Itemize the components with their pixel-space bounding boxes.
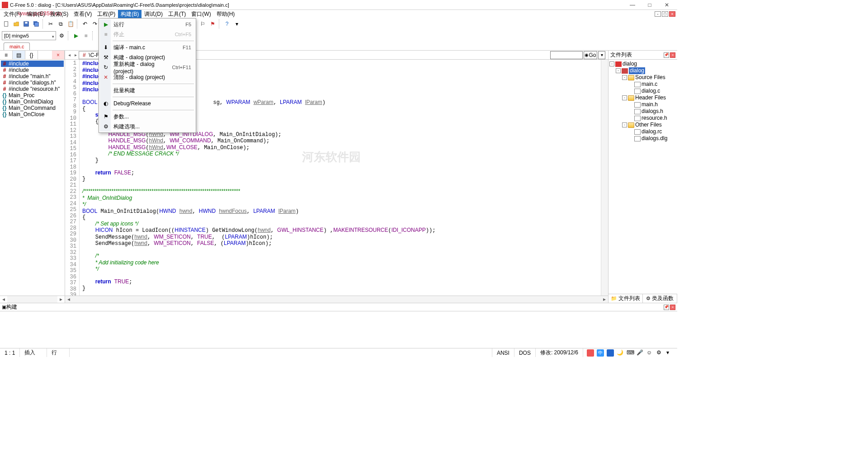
menu-窗口(W)[interactable]: 窗口(W) [189,10,213,19]
tray-smile-icon[interactable]: ☺ [646,349,654,357]
tray-chevron-icon[interactable]: ▾ [666,349,674,357]
menu-查看(V)[interactable]: 查看(V) [71,10,94,19]
menu-工程(P)[interactable]: 工程(P) [94,10,118,19]
tray-mic-icon[interactable]: 🎤 [637,349,644,357]
run-button[interactable]: ▶ [71,31,80,40]
file-list-header: 文件列表 📌× [609,51,677,60]
tab-file-list[interactable]: 📁 文件列表 [609,294,643,303]
close-button[interactable]: ✕ [658,0,675,9]
go-button[interactable]: ◉ Go [584,51,597,59]
tray-icon-1[interactable] [587,349,594,357]
symbol-item[interactable]: ##include "resource.h" [1,86,64,92]
menu-工具(T)[interactable]: 工具(T) [165,10,189,19]
status-eol: DOS [514,348,536,357]
status-line: 行 [47,348,70,357]
tab-class-func[interactable]: ⚙ 类及函数 [643,294,677,303]
stop-run-button[interactable]: ■ [81,31,90,40]
editor-hscroll[interactable]: ◂▸ [65,296,608,303]
tray-moon-icon[interactable]: 🌙 [617,349,624,357]
menu-编辑(E)[interactable]: 编辑(E) [24,10,47,19]
symbol-item[interactable]: {}Main_Proc [1,92,64,99]
symbol-scrollbar[interactable]: ◂▸ [0,296,65,303]
output-pin-button[interactable]: 📌 [664,305,669,310]
symbol-item[interactable]: {}Main_OnClose [1,111,64,118]
symbol-item[interactable]: ##include "main.h" [1,73,64,80]
menu-帮助(H)[interactable]: 帮助(H) [214,10,238,19]
menu-item-mainc[interactable]: ⬇编译 - main.cF11 [100,42,195,52]
output-close-button[interactable]: × [670,305,675,310]
tree-node[interactable]: -Header Files [609,94,676,101]
build-output-body[interactable] [0,311,677,348]
menu-搜索(S)[interactable]: 搜索(S) [47,10,71,19]
tree-node[interactable]: main.c [609,81,676,88]
cut-button[interactable]: ✂ [46,19,55,28]
menu-调试(D)[interactable]: 调试(D) [142,10,165,19]
menu-item-[interactable]: ▶运行F5 [100,19,195,29]
tray-ime-icon[interactable]: 中 [597,349,604,357]
symbol-tab-2[interactable]: ▤ [13,51,25,59]
new-file-button[interactable] [2,19,11,28]
redo-button[interactable]: ↷ [90,19,99,28]
save-button[interactable] [22,19,31,28]
goto-input[interactable] [550,51,583,59]
tree-node[interactable]: dialogs.dlg [609,135,676,142]
tree-node[interactable]: -dialog [609,61,676,67]
compiler-settings-button[interactable]: ⚙ [57,31,66,40]
tab-right-arrow[interactable]: ▸ [72,52,79,57]
symbol-item[interactable]: ##include [1,61,64,67]
mdi-min-button[interactable]: - [655,11,661,17]
tab-left-arrow[interactable]: ◂ [66,52,72,57]
build-output-panel: ▣ 构建 📌× [0,303,677,348]
tree-node[interactable]: resource.h [609,115,676,122]
symbol-tab-close[interactable]: × [52,51,65,59]
tray-gear-icon[interactable]: ⚙ [656,349,664,357]
menu-item-dialogproject[interactable]: ↻重新构建 - dialog (project)Ctrl+F11 [100,62,195,72]
mdi-restore-button[interactable]: □ [662,11,668,17]
tree-node[interactable]: dialog.c [609,88,676,94]
go-dropdown[interactable]: ▾ [598,51,605,59]
bookmark-del-button[interactable]: ⚑ [208,19,217,28]
maximize-button[interactable]: □ [641,0,658,9]
menu-item-[interactable]: ⚙构建选项... [100,122,195,132]
menu-item-dialogproject[interactable]: ✕清除 - dialog (project) [100,72,195,82]
status-modified: 修改: 2009/12/6 [536,348,583,357]
mdi-controls: - □ × [655,11,675,17]
compiler-dropdown[interactable]: [D] mingw5 [2,31,56,40]
symbol-item[interactable]: {}Main_OnCommand [1,105,64,111]
symbol-item[interactable]: ##include "dialogs.h" [1,80,64,86]
symbol-item[interactable]: ##include [1,67,64,73]
panel-pin-button[interactable]: 📌 [664,52,669,58]
menu-item-[interactable]: 批量构建 [100,85,195,95]
copy-button[interactable]: ⧉ [56,19,65,28]
symbol-tab-3[interactable]: {} [25,51,38,59]
symbol-tab-1[interactable]: ≡ [0,51,13,59]
project-tree[interactable]: -dialog-dialog-Source Filesmain.cdialog.… [609,60,677,294]
paste-button[interactable]: 📋 [66,19,75,28]
menu-文件(F)[interactable]: 文件(F) [1,10,24,19]
minimize-button[interactable]: — [624,0,641,9]
symbol-list[interactable]: ##include ##include ##include "main.h"##… [0,60,65,296]
line-gutter: 1234567891011121314151617181920212223242… [65,60,80,296]
save-all-button[interactable] [32,19,41,28]
menu-构建(B)[interactable]: 构建(B) [118,10,142,19]
mdi-close-button[interactable]: × [669,11,675,17]
menu-item-DebugRelease[interactable]: ◐Debug/Release [100,99,195,108]
file-tab[interactable]: main.c [4,42,30,50]
tree-node[interactable]: dialog.rc [609,128,676,135]
dropdown-icon[interactable]: ▾ [232,19,241,28]
tray-icon-2[interactable] [607,349,614,357]
tree-node[interactable]: -dialog [609,67,676,74]
bookmark-next-button[interactable]: ⚐ [198,19,207,28]
tree-node[interactable]: dialogs.h [609,108,676,115]
editor-vscroll[interactable] [601,60,608,296]
tree-node[interactable]: main.h [609,101,676,108]
tree-node[interactable]: -Other Files [609,122,676,128]
tree-node[interactable]: -Source Files [609,74,676,81]
undo-button[interactable]: ↶ [80,19,90,28]
panel-close-button[interactable]: × [670,52,675,58]
symbol-item[interactable]: {}Main_OnInitDialog [1,99,64,105]
help-button[interactable]: ? [222,19,231,28]
open-file-button[interactable] [12,19,21,28]
menu-item-[interactable]: ⚑参数... [100,112,195,122]
tray-keyboard-icon[interactable]: ⌨ [627,349,634,357]
